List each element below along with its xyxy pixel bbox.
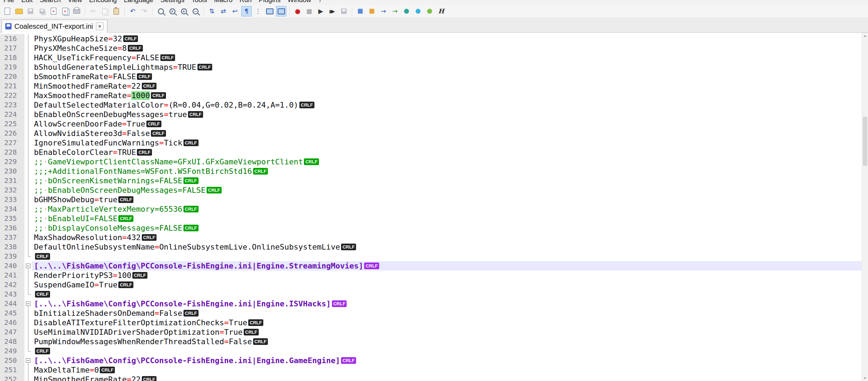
- code-line[interactable]: ;;·bOnScreenKismetWarnings=FALSECRLF: [32, 176, 862, 185]
- line-number[interactable]: 218: [0, 53, 25, 62]
- code-line[interactable]: CRLF: [32, 290, 862, 299]
- plugin-button-7[interactable]: [424, 6, 435, 16]
- paste-button[interactable]: [111, 6, 121, 16]
- macro-run-multiple-button[interactable]: ▶▶: [327, 6, 338, 16]
- fold-collapse-icon[interactable]: [25, 299, 32, 308]
- line-number[interactable]: 225: [0, 119, 25, 129]
- code-line[interactable]: bInitializeShadersOnDemand=FalseCRLF: [32, 308, 862, 318]
- print-button[interactable]: [71, 6, 82, 16]
- menu-settings[interactable]: Settings: [157, 0, 188, 4]
- code-line[interactable]: bShouldGenerateSimpleLightmaps=TRUECRLF: [32, 62, 862, 72]
- code-line[interactable]: ;;;+AdditionalFontNames=WSFont.WSFontBir…: [32, 166, 862, 176]
- macro-record-button[interactable]: ●: [292, 6, 303, 16]
- show-all-characters-button[interactable]: ¶: [241, 6, 252, 16]
- line-number[interactable]: 228: [0, 148, 25, 157]
- fold-collapse-icon[interactable]: [25, 356, 32, 365]
- plugin-button-1[interactable]: [355, 6, 366, 16]
- document-map-button[interactable]: [276, 6, 286, 16]
- line-number[interactable]: 230: [0, 166, 25, 176]
- menu-encoding[interactable]: Encoding: [85, 0, 120, 4]
- line-number[interactable]: 240: [0, 261, 25, 271]
- line-number[interactable]: 235: [0, 214, 25, 223]
- line-number[interactable]: 244: [0, 299, 25, 308]
- code-line[interactable]: AllowScreenDoorFade=TrueCRLF: [32, 119, 862, 129]
- scroll-up-icon[interactable]: ▲: [862, 33, 868, 39]
- code-line[interactable]: bEnableColorClear=TRUECRLF: [32, 148, 862, 157]
- code-line[interactable]: AllowNvidiaStereo3d=FalseCRLF: [32, 129, 862, 138]
- code-line[interactable]: ;;·bEnableUI=FALSECRLF: [32, 214, 862, 223]
- indent-guide-button[interactable]: ⋮: [253, 6, 263, 16]
- line-number[interactable]: 247: [0, 327, 25, 337]
- line-number[interactable]: 217: [0, 43, 25, 53]
- line-number[interactable]: 239: [0, 252, 25, 261]
- plugin-button-4[interactable]: →: [390, 6, 400, 16]
- code-line[interactable]: [..\..\FishGame\Config\PCConsole-FishEng…: [32, 299, 862, 308]
- code-line[interactable]: MaxShadowResolution=432CRLF: [32, 233, 862, 242]
- tab-coalesced-int-export-ini[interactable]: Coalesced_INT-export.ini ×: [1, 20, 107, 33]
- zoom-in-button[interactable]: +: [179, 6, 189, 16]
- line-number[interactable]: 250: [0, 356, 25, 365]
- menu-tools[interactable]: Tools: [188, 0, 210, 4]
- code-line[interactable]: ;;·bEnableOnScreenDebugMessages=FALSECRL…: [32, 185, 862, 195]
- line-number[interactable]: 221: [0, 81, 25, 91]
- html-preview-button[interactable]: H: [436, 6, 446, 16]
- code-line[interactable]: bGHMShowDebug=trueCRLF: [32, 195, 862, 204]
- plugin-button-2[interactable]: [367, 6, 377, 16]
- line-number[interactable]: 231: [0, 176, 25, 185]
- replace-button[interactable]: r: [167, 6, 178, 16]
- code-line[interactable]: ;;·MaxParticleVertexMemory=65536CRLF: [32, 204, 862, 214]
- close-button[interactable]: ×: [48, 6, 59, 16]
- code-line[interactable]: PumpWindowMessagesWhenRenderThreadStalle…: [32, 337, 862, 346]
- menu-edit[interactable]: Edit: [18, 0, 36, 4]
- line-number[interactable]: 242: [0, 280, 25, 290]
- menu-macro[interactable]: Macro: [210, 0, 236, 4]
- line-number[interactable]: 236: [0, 223, 25, 233]
- code-line[interactable]: SuspendGameIO=TrueCRLF: [32, 280, 862, 290]
- line-number[interactable]: 219: [0, 62, 25, 72]
- line-number[interactable]: 238: [0, 242, 25, 252]
- code-line[interactable]: PhysXMeshCacheSize=8CRLF: [32, 43, 862, 53]
- code-line[interactable]: [..\..\FishGame\Config\PCConsole-FishEng…: [32, 261, 862, 271]
- vertical-scrollbar[interactable]: ▲ ▼: [862, 33, 868, 381]
- code-line[interactable]: [..\..\FishGame\Config\PCConsole-FishEng…: [32, 356, 862, 365]
- code-line[interactable]: bEnableOnScreenDebugMessages=trueCRLF: [32, 110, 862, 119]
- line-number[interactable]: 220: [0, 72, 25, 81]
- code-line[interactable]: MaxDeltaTime=0CRLF: [32, 365, 862, 375]
- line-number[interactable]: 234: [0, 204, 25, 214]
- line-number[interactable]: 249: [0, 346, 25, 356]
- plugin-button-5[interactable]: [401, 6, 412, 16]
- zoom-out-button[interactable]: −: [190, 6, 201, 16]
- line-number[interactable]: 251: [0, 365, 25, 375]
- code-line[interactable]: MinSmoothedFrameRate=22CRLF: [32, 375, 862, 381]
- code-line[interactable]: UseMinimalNVIDIADriverShaderOptimization…: [32, 327, 862, 337]
- plugin-button-6[interactable]: [413, 6, 423, 16]
- sync-horizontal-button[interactable]: ⇄: [218, 6, 229, 16]
- code-line[interactable]: IgnoreSimulatedFuncWarnings=TickCRLF: [32, 138, 862, 148]
- code-line[interactable]: PhysXGpuHeapSize=32CRLF: [32, 34, 862, 43]
- undo-button[interactable]: ↶: [127, 6, 138, 16]
- fold-collapse-icon[interactable]: [25, 261, 32, 271]
- line-number[interactable]: 248: [0, 337, 25, 346]
- code-line[interactable]: MinSmoothedFrameRate=22CRLF: [32, 81, 862, 91]
- menu-search[interactable]: Search: [36, 0, 64, 4]
- word-wrap-button[interactable]: ↩: [230, 6, 240, 16]
- line-number[interactable]: 229: [0, 157, 25, 166]
- menu-language[interactable]: Language: [120, 0, 157, 4]
- code-line[interactable]: CRLF: [32, 252, 862, 261]
- line-number[interactable]: 224: [0, 110, 25, 119]
- tab-close-icon[interactable]: ×: [96, 22, 104, 30]
- line-number[interactable]: 216: [0, 34, 25, 43]
- line-number[interactable]: 237: [0, 233, 25, 242]
- code-line[interactable]: DefaultOnlineSubsystemName=OnlineSubsyst…: [32, 242, 862, 252]
- line-number[interactable]: 226: [0, 129, 25, 138]
- line-number[interactable]: 246: [0, 318, 25, 327]
- line-number[interactable]: 252: [0, 375, 25, 381]
- menu-help[interactable]: ?: [315, 0, 326, 4]
- menu-run[interactable]: Run: [236, 0, 255, 4]
- line-number[interactable]: 232: [0, 185, 25, 195]
- code-line[interactable]: MaxSmoothedFrameRate=1000CRLF: [32, 91, 862, 100]
- menu-view[interactable]: View: [64, 0, 86, 4]
- code-line[interactable]: RenderPriorityPS3=100CRLF: [32, 271, 862, 280]
- line-number[interactable]: 241: [0, 271, 25, 280]
- menu-plugins[interactable]: Plugins: [255, 0, 284, 4]
